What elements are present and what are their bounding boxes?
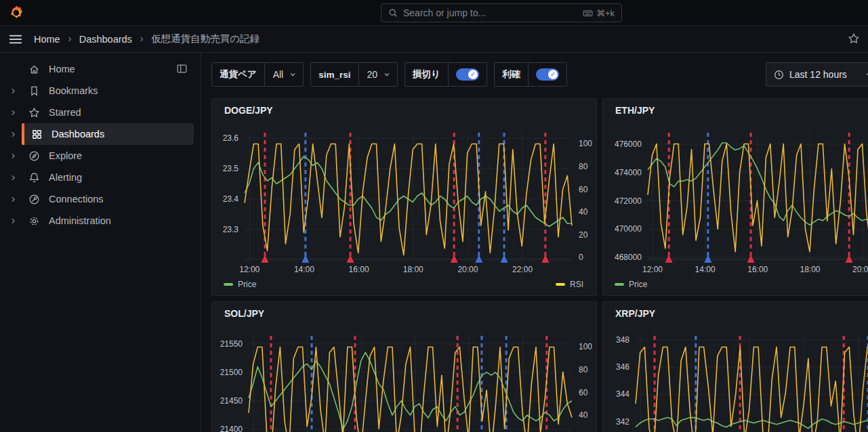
panel-doge-jpy: DOGE/JPY23.623.523.423.312:0014:0016:001… bbox=[211, 98, 597, 296]
time-range-picker[interactable]: Last 12 hours bbox=[766, 62, 868, 87]
compass-icon bbox=[28, 150, 40, 162]
favorite-star-button[interactable] bbox=[848, 33, 860, 45]
panel-title[interactable]: XRP/JPY bbox=[615, 308, 655, 319]
sidebar-link-home[interactable]: Home bbox=[22, 58, 194, 80]
take-profit-toggle[interactable]: ✓ bbox=[536, 68, 559, 81]
clock-icon bbox=[774, 70, 784, 80]
dock-menu-icon[interactable] bbox=[176, 63, 188, 75]
y-axis-tick: 23.4 bbox=[223, 194, 239, 204]
x-axis-tick: 14:00 bbox=[294, 265, 314, 274]
y-axis-tick: 346 bbox=[616, 362, 629, 372]
variable-pair-select[interactable]: All bbox=[265, 63, 304, 86]
chevron-right-icon[interactable] bbox=[4, 150, 22, 161]
chart-canvas-xrp-jpy[interactable]: 34834634434212:0014:0016:0018:0020:0022:… bbox=[603, 333, 868, 432]
panel-title[interactable]: ETH/JPY bbox=[615, 105, 655, 116]
chevron-right-icon[interactable] bbox=[4, 107, 22, 118]
chart-canvas-eth-jpy[interactable]: 47600047400047200047000046800012:0014:00… bbox=[603, 130, 868, 284]
star-icon bbox=[28, 107, 40, 118]
right-axis-tick: 100 bbox=[579, 139, 592, 148]
grafana-logo[interactable] bbox=[7, 5, 24, 21]
chevron-right-icon[interactable] bbox=[4, 215, 22, 226]
y-axis-tick: 21550 bbox=[220, 339, 243, 349]
panel-title[interactable]: SOL/JPY bbox=[224, 308, 264, 319]
y-axis-tick: 472000 bbox=[615, 196, 642, 206]
plug-icon bbox=[28, 194, 40, 205]
chart-canvas-sol-jpy[interactable]: 2155021500214502140012:0014:0016:0018:00… bbox=[212, 333, 598, 432]
search-shortcut: ⌘+k bbox=[583, 8, 615, 18]
chart-canvas-doge-jpy[interactable]: 23.623.523.423.312:0014:0016:0018:0020:0… bbox=[212, 130, 598, 284]
panel-legend: PriceRSI bbox=[224, 280, 583, 289]
right-axis-tick: 40 bbox=[579, 410, 588, 420]
chevron-right-icon[interactable] bbox=[4, 129, 22, 139]
y-axis-tick: 23.3 bbox=[223, 225, 239, 234]
chevron-right-icon[interactable] bbox=[4, 172, 22, 183]
legend-label: Price bbox=[629, 280, 647, 289]
variable-pair-label: 通貨ペア bbox=[212, 63, 265, 86]
y-axis-tick: 21400 bbox=[220, 425, 243, 432]
y-axis-tick: 342 bbox=[616, 417, 629, 427]
sidebar-item-bookmarks[interactable]: Bookmarks bbox=[0, 80, 201, 102]
breadcrumb: Home Dashboards 仮想通貨自動売買の記録 bbox=[34, 33, 260, 45]
event-marker-stop-loss bbox=[846, 133, 853, 263]
global-search-box[interactable]: ⌘+k bbox=[381, 3, 622, 22]
sidebar-item-connections[interactable]: Connections bbox=[0, 188, 201, 210]
search-input[interactable] bbox=[403, 7, 577, 18]
sidebar-link-starred[interactable]: Starred bbox=[22, 102, 194, 123]
sidebar-link-administration[interactable]: Administration bbox=[22, 210, 194, 232]
right-axis-tick: 60 bbox=[579, 388, 588, 397]
y-axis-tick: 348 bbox=[616, 335, 629, 345]
x-axis-tick: 20:00 bbox=[457, 265, 478, 274]
menu-toggle-icon[interactable] bbox=[8, 32, 23, 47]
right-axis-tick: 80 bbox=[579, 365, 588, 374]
check-icon: ✓ bbox=[468, 70, 478, 79]
check-icon: ✓ bbox=[548, 70, 558, 79]
y-axis-tick: 344 bbox=[616, 389, 629, 399]
y-axis-tick: 476000 bbox=[615, 139, 642, 149]
sidebar-item-label: Home bbox=[49, 64, 75, 74]
sidebar-item-home[interactable]: Home bbox=[0, 58, 201, 80]
right-axis-tick: 20 bbox=[579, 230, 588, 240]
chevron-down-icon bbox=[383, 70, 391, 79]
legend-rsi[interactable]: RSI bbox=[556, 280, 583, 289]
right-axis-tick: 100 bbox=[579, 342, 592, 351]
sidebar-link-explore[interactable]: Explore bbox=[22, 145, 194, 167]
event-marker-stop-loss bbox=[347, 133, 354, 263]
sidebar-link-connections[interactable]: Connections bbox=[22, 188, 194, 210]
sidebar-item-label: Connections bbox=[49, 194, 104, 204]
panel-sol-jpy: SOL/JPY2155021500214502140012:0014:0016:… bbox=[211, 301, 597, 432]
y-axis-tick: 23.5 bbox=[223, 164, 239, 173]
legend-price[interactable]: Price bbox=[224, 280, 256, 289]
sidebar-navigation: HomeBookmarksStarredDashboardsExploreAle… bbox=[0, 53, 201, 432]
chevron-right-icon[interactable] bbox=[4, 194, 22, 204]
dashboard-controls: 通貨ペア All sim_rsi 20 損切り ✓ 利確 ✓ bbox=[211, 62, 567, 87]
breadcrumb-home[interactable]: Home bbox=[34, 34, 60, 45]
chevron-right-icon bbox=[138, 35, 146, 43]
sidebar-item-administration[interactable]: Administration bbox=[0, 210, 201, 232]
legend-swatch bbox=[224, 283, 233, 286]
chevron-right-icon bbox=[66, 35, 74, 43]
sidebar-link-dashboards[interactable]: Dashboards bbox=[22, 123, 194, 145]
stop-loss-toggle[interactable]: ✓ bbox=[456, 68, 479, 81]
legend-price[interactable]: Price bbox=[615, 280, 647, 289]
breadcrumb-current-dashboard: 仮想通貨自動売買の記録 bbox=[151, 33, 260, 45]
breadcrumb-dashboards[interactable]: Dashboards bbox=[79, 34, 132, 45]
sidebar-item-alerting[interactable]: Alerting bbox=[0, 167, 201, 188]
x-axis-tick: 12:00 bbox=[239, 265, 260, 274]
y-axis-tick: 470000 bbox=[615, 224, 642, 234]
chevron-right-icon[interactable] bbox=[4, 85, 22, 96]
gear-icon bbox=[28, 215, 40, 227]
panel-title[interactable]: DOGE/JPY bbox=[224, 105, 273, 116]
y-axis-tick: 23.6 bbox=[223, 133, 239, 143]
sidebar-item-starred[interactable]: Starred bbox=[0, 102, 201, 123]
sidebar-item-explore[interactable]: Explore bbox=[0, 145, 201, 167]
panel-legend: PriceRSI bbox=[615, 280, 868, 289]
variable-rsi-control: sim_rsi 20 bbox=[310, 62, 398, 87]
take-profit-toggle-control: 利確 ✓ bbox=[494, 62, 567, 87]
variable-pair-control: 通貨ペア All bbox=[211, 62, 304, 87]
sidebar-link-bookmarks[interactable]: Bookmarks bbox=[22, 80, 194, 102]
y-axis-tick: 21500 bbox=[220, 368, 243, 377]
sidebar-link-alerting[interactable]: Alerting bbox=[22, 167, 194, 188]
legend-swatch bbox=[615, 283, 624, 286]
sidebar-item-dashboards[interactable]: Dashboards bbox=[0, 123, 201, 145]
variable-rsi-select[interactable]: 20 bbox=[359, 63, 398, 86]
